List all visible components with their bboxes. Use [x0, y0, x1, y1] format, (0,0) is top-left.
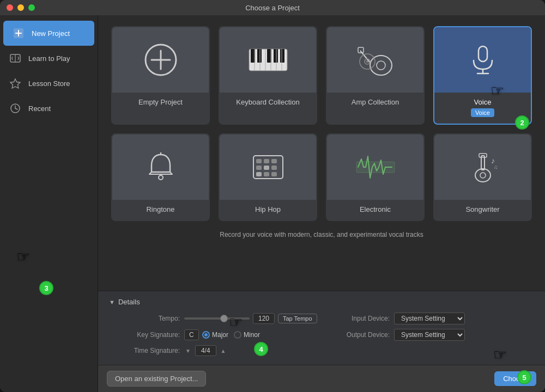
svg-text:♫: ♫: [494, 164, 498, 170]
project-grid-area: Empty Project: [98, 15, 545, 291]
svg-point-30: [366, 60, 368, 63]
project-grid: Empty Project: [111, 26, 532, 221]
window-controls: [7, 4, 35, 11]
project-card-amp[interactable]: Amp Collection: [326, 26, 425, 125]
svg-point-47: [475, 169, 491, 182]
svg-rect-17: [280, 49, 284, 63]
svg-point-24: [370, 56, 392, 75]
svg-rect-45: [271, 172, 277, 176]
sidebar-item-learn-to-play[interactable]: Learn to Play: [0, 46, 98, 71]
voice-label: Voice: [474, 98, 492, 106]
details-title: Details: [118, 298, 140, 306]
key-select[interactable]: C: [184, 329, 199, 340]
sidebar-item-recent[interactable]: Recent: [0, 96, 98, 121]
tempo-row: Tempo: 120 Tap Tempo: [125, 313, 324, 324]
major-label: Major: [212, 331, 228, 339]
minor-label: Minor: [244, 331, 260, 339]
major-radio-dot: [202, 331, 210, 339]
ringtone-image: [112, 134, 209, 200]
key-mode-group: Major Minor: [202, 331, 260, 339]
key-signature-label: Key Signature:: [125, 331, 180, 339]
svg-rect-39: [271, 159, 277, 163]
amp-collection-label: Amp Collection: [352, 98, 399, 106]
minor-radio[interactable]: Minor: [234, 331, 260, 339]
svg-rect-14: [257, 49, 262, 63]
project-card-voice[interactable]: Voice Voice: [433, 26, 532, 125]
svg-rect-49: [481, 156, 485, 170]
svg-rect-40: [256, 166, 262, 170]
tempo-label: Tempo:: [125, 315, 180, 322]
svg-rect-44: [264, 172, 269, 176]
output-device-row: Output Device: System Setting: [335, 329, 534, 341]
key-signature-value: C Major Minor: [184, 329, 260, 340]
tempo-slider-thumb: [220, 315, 228, 322]
ringtone-label: Ringtone: [146, 205, 174, 213]
tempo-slider[interactable]: [184, 317, 250, 320]
bottom-bar: Open an existing Project... Choose: [98, 365, 545, 392]
details-grid: Tempo: 120 Tap Tempo Input Devi: [125, 313, 534, 356]
recent-icon: [8, 101, 23, 116]
new-project-icon: [11, 26, 26, 41]
keyboard-collection-label: Keyboard Collection: [236, 98, 299, 106]
details-header[interactable]: ▼ Details: [109, 298, 534, 306]
hiphop-label: Hip Hop: [255, 205, 281, 213]
input-device-value: System Setting: [394, 313, 465, 324]
tap-tempo-button[interactable]: Tap Tempo: [278, 314, 317, 323]
minimize-button[interactable]: [17, 4, 24, 11]
svg-point-48: [480, 173, 486, 178]
input-device-label: Input Device:: [335, 315, 390, 322]
sidebar: New Project Learn to Play: [0, 15, 98, 392]
svg-rect-37: [256, 159, 262, 163]
major-radio[interactable]: Major: [202, 331, 228, 339]
lesson-store-icon: [8, 76, 23, 91]
project-card-keyboard[interactable]: Keyboard Collection: [219, 26, 317, 125]
output-device-select[interactable]: System Setting: [394, 329, 465, 341]
sidebar-item-new-project[interactable]: New Project: [3, 21, 94, 46]
time-sig-up-arrow[interactable]: ▲: [220, 348, 227, 354]
hiphop-image: [220, 134, 316, 200]
title-bar: Choose a Project: [0, 0, 545, 15]
project-card-electronic[interactable]: Electronic: [326, 133, 425, 221]
sidebar-item-new-project-label: New Project: [32, 29, 70, 38]
time-sig-down-arrow[interactable]: ▼: [184, 348, 192, 354]
time-signature-label: Time Signature:: [125, 347, 180, 354]
sidebar-item-recent-label: Recent: [28, 105, 51, 113]
output-device-label: Output Device:: [335, 331, 390, 339]
empty-project-label: Empty Project: [138, 98, 183, 106]
project-card-ringtone[interactable]: Ringtone: [111, 133, 210, 221]
content-panel: Empty Project: [98, 15, 545, 392]
key-signature-row: Key Signature: C Major: [125, 329, 324, 341]
time-signature-value: ▼ 4/4 ▲: [184, 345, 227, 356]
project-card-hiphop[interactable]: Hip Hop: [219, 133, 317, 221]
svg-point-25: [377, 61, 385, 70]
electronic-label: Electronic: [360, 205, 391, 213]
close-button[interactable]: [7, 4, 13, 11]
empty-project-image: [112, 27, 209, 93]
project-card-empty[interactable]: Empty Project: [111, 26, 210, 125]
open-existing-project-button[interactable]: Open an existing Project...: [107, 371, 206, 387]
electronic-image: [327, 134, 423, 200]
svg-rect-38: [264, 159, 269, 163]
svg-marker-5: [10, 79, 20, 88]
songwriter-label: Songwriter: [465, 205, 499, 213]
voice-image: [434, 27, 531, 93]
voice-badge: Voice: [471, 108, 494, 117]
choose-button[interactable]: Choose: [494, 371, 536, 386]
project-description: Record your voice with modern, classic, …: [111, 229, 532, 244]
details-section: ▼ Details Tempo: 120 Tap T: [98, 291, 545, 365]
keyboard-collection-image: [220, 27, 316, 93]
tempo-display[interactable]: 120: [253, 313, 275, 324]
songwriter-image: ♪ ♫: [434, 134, 531, 200]
time-signature-row: Time Signature: ▼ 4/4 ▲: [125, 345, 324, 356]
svg-point-35: [159, 175, 163, 180]
output-device-value: System Setting: [394, 329, 465, 341]
project-card-songwriter[interactable]: ♪ ♫ Songwriter: [433, 133, 532, 221]
time-sig-display: 4/4: [195, 345, 216, 356]
sidebar-item-lesson-store[interactable]: Lesson Store: [0, 71, 98, 96]
svg-rect-43: [256, 172, 262, 176]
sidebar-item-store-label: Lesson Store: [28, 79, 70, 88]
details-toggle-icon: ▼: [109, 299, 115, 305]
input-device-select[interactable]: System Setting: [394, 313, 465, 324]
window-title: Choose a Project: [245, 4, 300, 12]
maximize-button[interactable]: [28, 4, 35, 11]
